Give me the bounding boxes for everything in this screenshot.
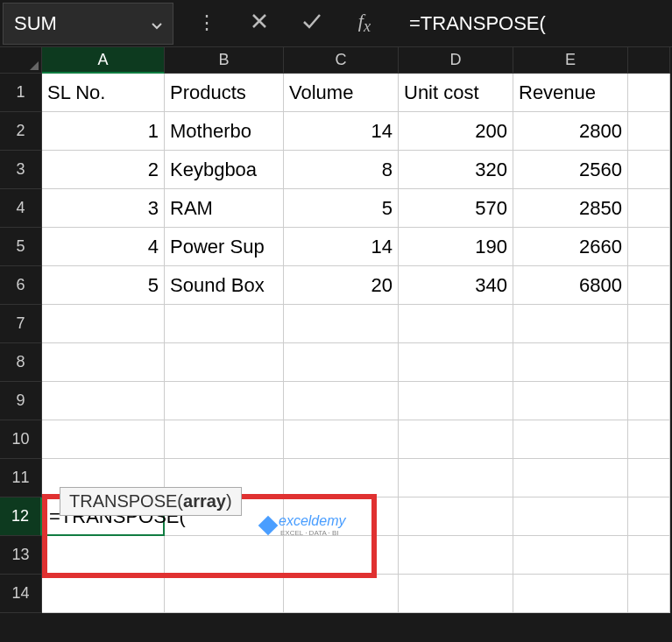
cell-B6[interactable]: Sound Box [165, 266, 284, 305]
cell-F10[interactable] [628, 420, 670, 459]
cell-B7[interactable] [165, 305, 284, 343]
cell-E9[interactable] [513, 382, 628, 420]
cell-C2[interactable]: 14 [284, 112, 399, 151]
cell-F4[interactable] [628, 189, 670, 228]
cell-C5[interactable]: 14 [284, 228, 399, 266]
cell-B14[interactable] [165, 575, 284, 613]
name-box[interactable]: SUM [3, 3, 173, 45]
column-header-E[interactable]: E [513, 47, 628, 74]
name-box-dropdown-icon[interactable] [152, 12, 162, 35]
cell-D7[interactable] [399, 305, 513, 343]
cell-E14[interactable] [513, 575, 628, 613]
cell-A14[interactable] [42, 575, 165, 613]
cell-A6[interactable]: 5 [42, 266, 165, 305]
cell-E6[interactable]: 6800 [513, 266, 628, 305]
row-header-7[interactable]: 7 [0, 305, 42, 343]
function-tooltip[interactable]: TRANSPOSE(array) [60, 487, 242, 516]
cell-C7[interactable] [284, 305, 399, 343]
column-header-C[interactable]: C [284, 47, 399, 74]
select-all-button[interactable] [0, 47, 42, 74]
column-header-F[interactable] [628, 47, 670, 74]
cell-B2[interactable]: Motherbo [165, 112, 284, 151]
cell-D14[interactable] [399, 575, 513, 613]
row-header-13[interactable]: 13 [0, 536, 42, 575]
cell-A10[interactable] [42, 420, 165, 459]
cell-B4[interactable]: RAM [165, 189, 284, 228]
cell-F7[interactable] [628, 305, 670, 343]
more-icon[interactable]: ⋮ [194, 11, 220, 34]
cell-C13[interactable] [284, 536, 399, 575]
cell-C11[interactable] [284, 459, 399, 497]
cell-E11[interactable] [513, 459, 628, 497]
cell-D3[interactable]: 320 [399, 151, 513, 189]
cell-F5[interactable] [628, 228, 670, 266]
cell-F2[interactable] [628, 112, 670, 151]
cell-F14[interactable] [628, 575, 670, 613]
cell-F3[interactable] [628, 151, 670, 189]
cell-D11[interactable] [399, 459, 513, 497]
row-header-10[interactable]: 10 [0, 420, 42, 459]
cell-E3[interactable]: 2560 [513, 151, 628, 189]
cell-B1[interactable]: Products [165, 74, 284, 112]
cell-D4[interactable]: 570 [399, 189, 513, 228]
cell-E1[interactable]: Revenue [513, 74, 628, 112]
cell-C4[interactable]: 5 [284, 189, 399, 228]
row-header-12[interactable]: 12 [0, 497, 42, 536]
cell-D5[interactable]: 190 [399, 228, 513, 266]
cell-F12[interactable] [628, 497, 670, 536]
cell-A5[interactable]: 4 [42, 228, 165, 266]
row-header-14[interactable]: 14 [0, 575, 42, 613]
cell-E4[interactable]: 2850 [513, 189, 628, 228]
cell-C10[interactable] [284, 420, 399, 459]
cell-E10[interactable] [513, 420, 628, 459]
cell-A13[interactable] [42, 536, 165, 575]
cell-D6[interactable]: 340 [399, 266, 513, 305]
cell-D2[interactable]: 200 [399, 112, 513, 151]
row-header-6[interactable]: 6 [0, 266, 42, 305]
cell-A8[interactable] [42, 343, 165, 382]
cell-A3[interactable]: 2 [42, 151, 165, 189]
fx-icon[interactable]: fx [351, 10, 378, 36]
row-header-1[interactable]: 1 [0, 74, 42, 112]
cell-A2[interactable]: 1 [42, 112, 165, 151]
cell-C9[interactable] [284, 382, 399, 420]
formula-bar-input[interactable]: =TRANSPOSE( [395, 3, 672, 45]
row-header-4[interactable]: 4 [0, 189, 42, 228]
cell-F8[interactable] [628, 343, 670, 382]
cell-B8[interactable] [165, 343, 284, 382]
cell-B10[interactable] [165, 420, 284, 459]
cell-C6[interactable]: 20 [284, 266, 399, 305]
cell-F6[interactable] [628, 266, 670, 305]
column-header-A[interactable]: A [42, 47, 165, 74]
cell-E2[interactable]: 2800 [513, 112, 628, 151]
cell-B9[interactable] [165, 382, 284, 420]
cell-C3[interactable]: 8 [284, 151, 399, 189]
cell-E12[interactable] [513, 497, 628, 536]
row-header-2[interactable]: 2 [0, 112, 42, 151]
cell-A4[interactable]: 3 [42, 189, 165, 228]
column-header-B[interactable]: B [165, 47, 284, 74]
cell-C14[interactable] [284, 575, 399, 613]
cell-C1[interactable]: Volume [284, 74, 399, 112]
row-header-9[interactable]: 9 [0, 382, 42, 420]
cell-E5[interactable]: 2660 [513, 228, 628, 266]
cell-D13[interactable] [399, 536, 513, 575]
cell-F11[interactable] [628, 459, 670, 497]
cell-E7[interactable] [513, 305, 628, 343]
cell-F13[interactable] [628, 536, 670, 575]
cell-A9[interactable] [42, 382, 165, 420]
cell-F9[interactable] [628, 382, 670, 420]
cell-A7[interactable] [42, 305, 165, 343]
cell-D1[interactable]: Unit cost [399, 74, 513, 112]
row-header-8[interactable]: 8 [0, 343, 42, 382]
cell-D10[interactable] [399, 420, 513, 459]
cancel-icon[interactable] [246, 11, 272, 34]
column-header-D[interactable]: D [399, 47, 513, 74]
row-header-11[interactable]: 11 [0, 459, 42, 497]
cell-D8[interactable] [399, 343, 513, 382]
cell-E8[interactable] [513, 343, 628, 382]
cell-B5[interactable]: Power Sup [165, 228, 284, 266]
cell-B3[interactable]: Keybgboa [165, 151, 284, 189]
cell-D12[interactable] [399, 497, 513, 536]
enter-icon[interactable] [299, 11, 325, 34]
